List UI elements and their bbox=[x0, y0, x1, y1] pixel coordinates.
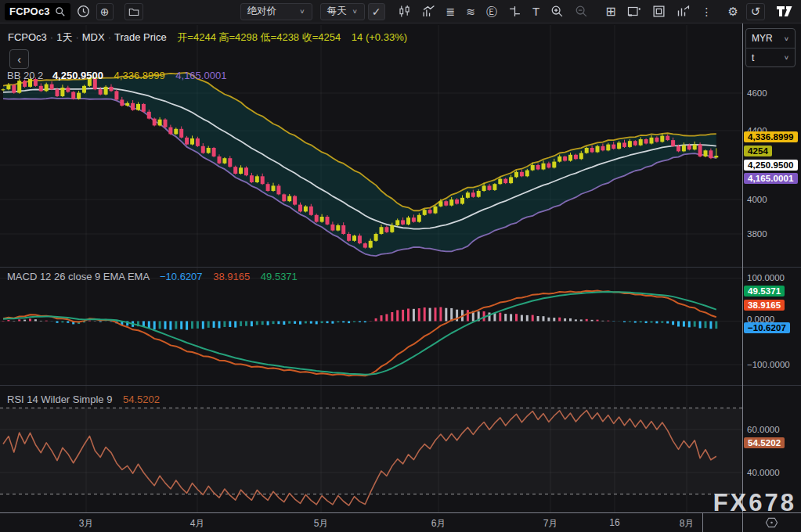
zoom-out-button[interactable] bbox=[572, 3, 591, 20]
settings-button[interactable]: ⚙ bbox=[725, 3, 741, 20]
axis-unit-box: MYR ∨ t ∨ bbox=[745, 28, 796, 67]
time-tick: 4月 bbox=[190, 517, 205, 530]
toolbar-icon-row: ≣ ≋ Ⓔ T ⊞ ⋮ ⚙ ↺ bbox=[395, 3, 797, 20]
zoom-in-button[interactable] bbox=[547, 3, 567, 20]
trading-chart-app: FCPOc3 ⊕ 绝对价 ∨ 每天 ∨ ✓ ≣ ≋ Ⓔ bbox=[0, 0, 801, 532]
tradingview-logo-button[interactable] bbox=[773, 3, 796, 20]
main-series-legend[interactable]: FCPOc3·1天·MDX·Trade Price 开=4244 高=4298 … bbox=[8, 31, 407, 45]
unit-selector[interactable]: t ∨ bbox=[746, 48, 795, 66]
price-axis-border bbox=[742, 23, 743, 532]
add-symbol-button[interactable]: ⊕ bbox=[96, 3, 114, 20]
more-kebab-icon: ⋮ bbox=[702, 6, 713, 17]
unit-value: t bbox=[752, 52, 754, 63]
macd-signal-label: 49.5371 bbox=[744, 286, 785, 297]
timezone-settings-button[interactable] bbox=[761, 516, 781, 530]
legend-interval: 1天 bbox=[56, 31, 72, 43]
currency-value: MYR bbox=[752, 33, 773, 44]
pane-separator-main-macd[interactable] bbox=[0, 267, 801, 268]
bar-replay-button[interactable] bbox=[673, 3, 694, 20]
bb-lower-value: 4,165.0001 bbox=[175, 70, 226, 81]
collapse-back-button[interactable]: ‹ bbox=[9, 49, 29, 69]
bb-basis-value: 4,250.9500 bbox=[52, 70, 103, 81]
undo-icon: ↺ bbox=[751, 5, 761, 17]
undo-button[interactable]: ↺ bbox=[746, 3, 765, 20]
search-icon bbox=[55, 6, 66, 17]
time-axis-right-separator bbox=[702, 512, 703, 532]
history-clock-button[interactable] bbox=[74, 3, 93, 20]
bar-replay-icon bbox=[677, 5, 691, 18]
folder-icon bbox=[128, 6, 139, 17]
time-tick: 16 bbox=[609, 517, 619, 528]
price-mode-value: 绝对价 bbox=[247, 5, 277, 18]
indicators-icon bbox=[422, 5, 435, 18]
zoom-out-icon bbox=[575, 5, 588, 18]
time-tick: 3月 bbox=[79, 517, 94, 530]
macd-signal-value: 49.5371 bbox=[261, 271, 298, 282]
bb-label: BB 20 2 bbox=[7, 70, 43, 81]
text-tool-icon: T bbox=[532, 5, 539, 17]
more-options-button[interactable]: ⋮ bbox=[698, 3, 716, 20]
rsi-legend[interactable]: RSI 14 Wilder Simple 9 54.5202 bbox=[7, 394, 160, 405]
time-tick: 7月 bbox=[543, 517, 558, 530]
gear-icon: ⚙ bbox=[728, 5, 738, 17]
price-line-button[interactable] bbox=[505, 3, 525, 20]
compare-waves-icon: ≋ bbox=[466, 6, 475, 17]
confirm-button[interactable]: ✓ bbox=[368, 3, 385, 20]
layout-icon bbox=[652, 5, 666, 18]
text-tool-button[interactable]: T bbox=[529, 3, 543, 20]
macd-hist-value: −10.6207 bbox=[160, 271, 203, 282]
time-tick: 8月 bbox=[680, 517, 695, 530]
bb-upper-value: 4,336.8999 bbox=[114, 70, 165, 81]
multilayout-button[interactable] bbox=[649, 3, 669, 20]
macd-line-label: 38.9165 bbox=[744, 300, 785, 311]
snapshot-button[interactable] bbox=[624, 3, 644, 20]
symbol-search-box[interactable]: FCPOc3 bbox=[5, 3, 70, 20]
pane-separator-macd-rsi[interactable] bbox=[0, 385, 801, 386]
economy-e-icon: Ⓔ bbox=[486, 6, 497, 17]
axis-tick: 3800 bbox=[747, 229, 767, 239]
chevron-down-icon: ∨ bbox=[784, 54, 789, 61]
chevron-left-icon: ‹ bbox=[17, 53, 21, 66]
last-price-label: 4254 bbox=[744, 146, 772, 156]
symbol-name: FCPOc3 bbox=[9, 5, 50, 17]
open-layout-button[interactable] bbox=[124, 3, 143, 20]
clock-icon bbox=[77, 5, 90, 18]
time-tick: 5月 bbox=[314, 517, 329, 530]
templates-button[interactable]: ≣ bbox=[443, 3, 459, 20]
axis-tick: 4600 bbox=[747, 88, 767, 98]
bollinger-legend[interactable]: BB 20 2 4,250.9500 4,336.8999 4,165.0001 bbox=[7, 70, 226, 81]
chevron-down-icon: ∨ bbox=[784, 35, 789, 42]
bb-lower-label: 4,165.0001 bbox=[744, 173, 798, 184]
axis-tick: 40.0000 bbox=[747, 468, 780, 477]
zoom-in-icon bbox=[550, 5, 564, 18]
rsi-label: RSI 14 Wilder Simple 9 bbox=[7, 394, 112, 405]
interval-dropdown[interactable]: 每天 ∨ bbox=[320, 3, 365, 20]
interval-value: 每天 bbox=[327, 5, 347, 18]
currency-selector[interactable]: MYR ∨ bbox=[746, 29, 795, 48]
chevron-down-icon: ∨ bbox=[299, 8, 305, 15]
table-icon: ⊞ bbox=[605, 5, 615, 18]
hexagon-dot-icon bbox=[765, 516, 778, 529]
add-circle-icon: ⊕ bbox=[100, 6, 110, 17]
legend-symbol: FCPOc3 bbox=[8, 31, 47, 43]
macd-line-value: 38.9165 bbox=[213, 271, 250, 282]
top-toolbar: FCPOc3 ⊕ 绝对价 ∨ 每天 ∨ ✓ ≣ ≋ Ⓔ bbox=[0, 0, 801, 23]
candlestick-style-icon bbox=[398, 5, 411, 18]
chevron-down-icon: ∨ bbox=[352, 8, 357, 15]
bb-upper-label: 4,336.8999 bbox=[744, 131, 798, 142]
snapshot-icon bbox=[627, 5, 641, 18]
time-axis-border bbox=[0, 512, 801, 513]
price-mode-dropdown[interactable]: 绝对价 ∨ bbox=[240, 3, 312, 20]
compare-button[interactable]: ≋ bbox=[463, 3, 478, 20]
axis-tick: 60.0000 bbox=[747, 425, 780, 434]
chart-style-button[interactable] bbox=[395, 3, 414, 20]
rsi-value: 54.5202 bbox=[123, 394, 160, 405]
legend-ohlc-values: 开=4244 高=4298 低=4238 收=4254 bbox=[177, 31, 341, 43]
macd-hist-label: −10.6207 bbox=[744, 322, 790, 333]
macd-legend[interactable]: MACD 12 26 close 9 EMA EMA −10.6207 38.9… bbox=[7, 271, 298, 282]
economy-button[interactable]: Ⓔ bbox=[483, 3, 500, 20]
indicators-button[interactable] bbox=[419, 3, 438, 20]
bb-basis-label: 4,250.9500 bbox=[744, 160, 798, 171]
price-line-icon bbox=[508, 5, 521, 18]
table-button[interactable]: ⊞ bbox=[602, 3, 619, 20]
